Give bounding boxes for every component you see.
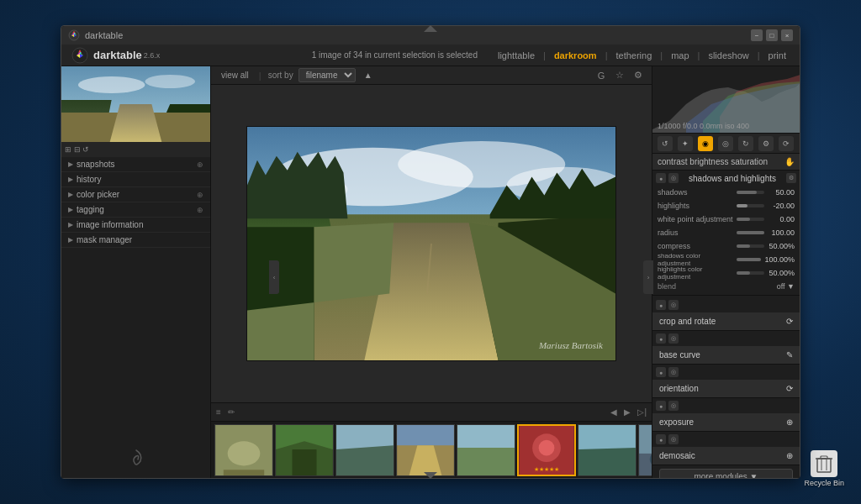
histogram-area: 1/1000 f/0.0 0.0mm iso 400 [652, 66, 800, 134]
image-viewer: Mariusz Bartosik [211, 85, 652, 402]
module-tool-refresh[interactable]: ⟳ [779, 136, 794, 151]
sidebar-section-tagging[interactable]: ▶ tagging ⊕ [61, 202, 210, 218]
film-item[interactable] [335, 424, 394, 476]
active-module-header: contrast brightness saturation ✋ [652, 154, 800, 171]
param-radius: radius 100.00 [652, 226, 800, 239]
highlights-color-label: highlights color adjustment [658, 265, 733, 281]
croprot-on[interactable]: ● [656, 300, 666, 310]
gear-button[interactable]: ⚙ [631, 69, 645, 82]
sort-select[interactable]: filename date rating [298, 68, 356, 82]
basecurve-mask[interactable]: ◎ [668, 333, 679, 344]
orientation-controls: ● ◎ [652, 365, 800, 380]
blend-value[interactable]: off ▼ [777, 282, 795, 291]
filmstrip-edit-icon[interactable]: ✏ [228, 407, 235, 417]
filmstrip-left-icon[interactable]: ◀ [610, 407, 617, 417]
mod-on-button[interactable]: ● [656, 173, 666, 183]
svg-point-41 [539, 439, 555, 455]
sidebar-section-maskmanager[interactable]: ▶ mask manager [61, 233, 210, 248]
recycle-bin[interactable]: Recycle Bin [804, 450, 844, 487]
scroll-up-indicator [61, 25, 800, 32]
submodule-name: shadows and highlights [681, 174, 784, 183]
nav-print[interactable]: print [765, 49, 790, 62]
croprot-controls: ● ◎ [652, 297, 800, 312]
basecurve-label: base curve [659, 350, 700, 360]
sidebar-label-imageinfo: image information [77, 220, 203, 229]
exposure-label: exposure [659, 417, 694, 427]
film-item[interactable] [578, 424, 637, 476]
mod-settings-button[interactable]: ⚙ [786, 173, 796, 183]
module-tool-rotate[interactable]: ↻ [738, 136, 753, 151]
orientation-mask[interactable]: ◎ [668, 367, 679, 377]
orientation-on[interactable]: ● [656, 367, 666, 377]
svg-rect-29 [292, 449, 316, 475]
module-tool-view[interactable]: ◎ [718, 136, 733, 151]
demosaic-on[interactable]: ● [656, 434, 666, 444]
demosaic-mask[interactable]: ◎ [668, 434, 679, 444]
scroll-down-arrow[interactable] [424, 472, 437, 479]
svg-marker-38 [457, 448, 515, 475]
module-expand-icon[interactable]: ✋ [784, 157, 795, 166]
sidebar-section-imageinfo[interactable]: ▶ image information [61, 218, 210, 233]
module-tool-settings[interactable]: ⚙ [758, 136, 774, 151]
compress-value: 50.00% [768, 242, 795, 250]
sidebar-thumbnail [61, 66, 210, 142]
sidebar-icon-tagging: ⊕ [197, 206, 203, 214]
module-tool-active[interactable]: ◉ [698, 136, 713, 151]
film-item[interactable] [396, 424, 455, 476]
mod-mask-button[interactable]: ◎ [668, 173, 679, 183]
orientation-module[interactable]: orientation ⟳ [652, 380, 800, 398]
basecurve-module[interactable]: base curve ✎ [652, 346, 800, 365]
blend-label: blend [658, 282, 777, 291]
thumbnail-image [61, 66, 210, 142]
basecurve-on[interactable]: ● [656, 333, 666, 344]
highlights-label: highlights [658, 202, 733, 210]
sidebar-section-snapshots[interactable]: ▶ snapshots ⊕ [61, 157, 210, 172]
exposure-mask[interactable]: ◎ [668, 401, 679, 411]
right-collapse-handle[interactable]: › [643, 260, 653, 294]
decorative-scroll [119, 446, 153, 471]
view-all-button[interactable]: view all [218, 70, 252, 81]
scroll-up-arrow[interactable] [424, 25, 437, 32]
demosaic-module[interactable]: demosaic ⊕ [652, 447, 800, 465]
film-item[interactable] [214, 424, 273, 476]
module-tool-reset[interactable]: ↺ [658, 136, 673, 151]
film-item[interactable] [457, 424, 515, 476]
croprot-label: crop and rotate [659, 317, 716, 326]
sidebar-section-colorpicker[interactable]: ▶ color picker ⊕ [61, 187, 210, 202]
sidebar-icon-snapshots: ⊕ [197, 160, 203, 169]
sidebar-section-history[interactable]: ▶ history [61, 172, 210, 187]
nav-slideshow[interactable]: slideshow [705, 49, 752, 62]
filmstrip: ★★★★★ [211, 421, 652, 478]
svg-point-3 [78, 76, 145, 93]
grid-button[interactable]: G [594, 69, 608, 82]
nav-map[interactable]: map [668, 49, 692, 62]
filmstrip-right-icon[interactable]: ▷| [637, 407, 647, 417]
croprot-mask[interactable]: ◎ [668, 300, 679, 310]
left-collapse-handle[interactable]: ‹ [269, 260, 279, 294]
filmstrip-menu-icon[interactable]: ≡ [216, 407, 221, 417]
sidebar-label-colorpicker: color picker [77, 190, 197, 199]
recycle-bin-label: Recycle Bin [804, 479, 844, 487]
nav-darkroom[interactable]: darkroom [551, 49, 600, 62]
module-tool-presets[interactable]: ✦ [678, 136, 693, 151]
film-item-active[interactable]: ★★★★★ [517, 424, 576, 476]
nav-lighttable[interactable]: lighttable [494, 49, 538, 62]
sort-by-label: sort by [268, 71, 293, 80]
right-sidebar-scroll[interactable]: contrast brightness saturation ✋ ● ◎ sha… [652, 154, 800, 478]
svg-point-25 [228, 441, 261, 465]
basecurve-icon: ✎ [786, 350, 793, 360]
nav-tethering[interactable]: tethering [612, 49, 655, 62]
film-item[interactable] [638, 424, 652, 476]
exposure-on[interactable]: ● [656, 401, 666, 411]
active-module-name: contrast brightness saturation [658, 157, 768, 166]
demosaic-controls: ● ◎ [652, 432, 800, 447]
star-button[interactable]: ☆ [613, 69, 626, 82]
sidebar-label-history: history [77, 175, 203, 184]
svg-rect-62 [821, 456, 827, 459]
exposure-module[interactable]: exposure ⊕ [652, 413, 800, 432]
film-item[interactable] [275, 424, 334, 476]
sort-asc-button[interactable]: ▲ [361, 70, 376, 81]
croprot-module[interactable]: crop and rotate ⟳ [652, 312, 800, 331]
filmstrip-play-icon[interactable]: ▶ [624, 407, 631, 417]
nav-links: lighttable | darkroom | tethering | map … [494, 49, 790, 62]
